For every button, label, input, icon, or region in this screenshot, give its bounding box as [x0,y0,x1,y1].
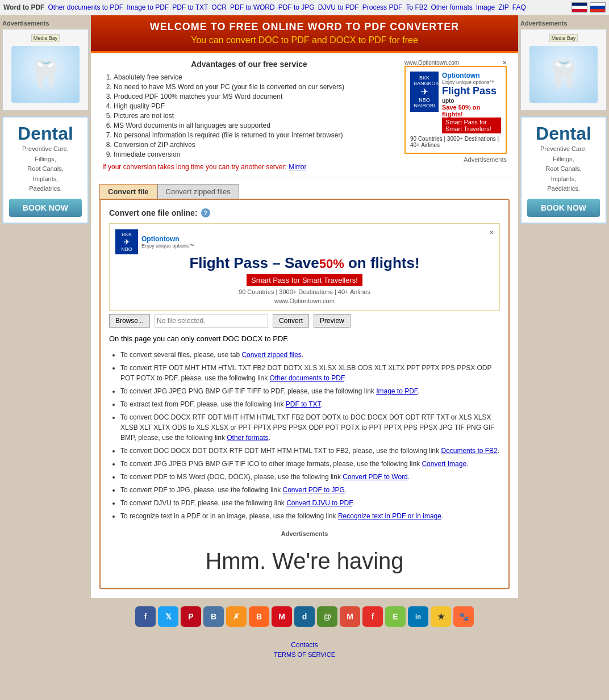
adv-ad-x[interactable]: ✕ [502,60,507,66]
nav-zip[interactable]: ZIP [498,3,509,11]
list-item: To convert DOC DOCX RTF ODT MHT HTM HTML… [120,412,500,443]
list-item: To convert PDF to JPG, please, use the f… [120,485,500,495]
browse-button[interactable]: Browse... [109,314,150,328]
mirror-link[interactable]: Mirror [289,163,306,171]
language-flags [572,2,606,12]
save-text: Save 50% on flights! [442,104,501,118]
docs-to-fb2-link[interactable]: Documents to FB2 [441,447,497,455]
image-to-pdf-link[interactable]: Image to PDF [376,387,418,395]
advantage-item: No personal information is required (fil… [114,131,396,139]
convert-pdf-to-jpg-link[interactable]: Convert PDF to JPG [282,486,344,494]
linkedin-button[interactable]: in [408,606,428,627]
file-input-row: Browse... Convert Preview [109,314,500,328]
mediabay-badge-left: Media Bay [31,34,60,42]
book-now-button-left[interactable]: BOOK NOW [9,199,82,217]
bkk-label: BKK [414,75,435,81]
nav-pdf-to-jpg[interactable]: PDF to JPG [278,3,315,11]
twitter-button[interactable]: 𝕏 [158,606,178,627]
convert-panel: Convert one file online: ? BKK ✈ NBO Opt… [99,199,510,589]
advantage-item: Produced PDF 100% matches your MS Word d… [114,93,396,100]
list-item: To extract text from PDF, please, use th… [120,399,500,409]
plane-icon: ✈ [414,86,435,97]
nav-bar: Word to PDF Other documents to PDF Image… [0,0,609,15]
paw-button[interactable]: 🐾 [453,606,474,627]
banner-title: WELCOME TO FREE ONLINE WORD TO PDF CONVE… [97,21,512,33]
list-item: To convert DJVU to PDF, please, use the … [120,498,500,508]
advantage-item: MS Word documents in all languages are s… [114,121,396,129]
blogger-button[interactable]: B [249,606,269,627]
stars-button[interactable]: ★ [431,606,451,627]
convert-button[interactable]: Convert [273,314,309,328]
optiontown-tagline-big: Enjoy unique options™ [141,243,194,249]
advantage-item: Pictures are not lost [114,112,396,120]
right-ad-box: Media Bay 🦷 [520,29,607,111]
recognize-text-link[interactable]: Recognize text in PDF or in image [338,512,441,520]
nav-image[interactable]: Image [476,3,495,11]
advantage-item: Immediate conversion [114,150,396,158]
advantages-ol: Absolutely free service No need to have … [102,73,396,158]
evernote-button[interactable]: E [385,606,406,627]
pinterest-button[interactable]: P [181,606,201,627]
advantage-item: Absolutely free service [114,73,396,81]
center-content: WELCOME TO FREE ONLINE WORD TO PDF CONVE… [91,15,518,598]
flight-ad-small: BKK BANGKOK ✈ NBO NAIROBI Optiontown Enj… [404,66,507,154]
dental-ad-right: Dental Preventive Care,Fillings,Root Can… [520,116,607,224]
convert-zipped-link[interactable]: Convert zipped files [241,351,301,359]
vkontakte-button[interactable]: B [203,606,224,627]
nbo-label-big: NBO [120,246,134,252]
at-button[interactable]: @ [317,606,337,627]
nav-other-formats[interactable]: Other formats [431,3,472,11]
dental-tooth-image-right: 🦷 [529,46,598,103]
facebook-button[interactable]: f [135,606,156,627]
nbo-label: NBO [414,97,435,103]
convert-djvu-link[interactable]: Convert DJVU to PDF [286,499,352,507]
nav-other-docs[interactable]: Other documents to PDF [48,3,123,11]
plane-icon-big: ✈ [120,237,134,246]
file-name-input[interactable] [155,314,268,328]
nav-to-fb2[interactable]: To FB2 [406,3,427,11]
gmail-button[interactable]: M [340,606,360,627]
convert-pdf-to-word-link[interactable]: Convert PDF to Word [343,473,407,481]
tab-convert-zipped[interactable]: Convert zipped files [157,184,239,199]
main-layout: Advertisements Media Bay 🦷 Dental Preven… [0,15,609,598]
nav-word-to-pdf[interactable]: Word to PDF [3,3,44,11]
contacts-link[interactable]: Contacts [6,641,603,649]
english-flag[interactable] [572,2,587,12]
odnoklassniki-button[interactable]: ✗ [226,606,247,627]
myspace-button[interactable]: M [272,606,292,627]
big-ad-x[interactable]: ✕ [489,229,494,254]
pdf-to-txt-link[interactable]: PDF to TXT [286,400,321,408]
other-docs-link[interactable]: Other documents to PDF [270,374,344,382]
preview-button[interactable]: Preview [314,314,351,328]
flight-pass-headline: Flight Pass [442,85,501,97]
list-item: To convert JPG JPEG PNG BMP GIF TIF TIFF… [120,386,500,396]
mediabay-badge-right: Media Bay [549,34,578,42]
nav-djvu-to-pdf[interactable]: DJVU to PDF [318,3,359,11]
header-banner: WELCOME TO FREE ONLINE WORD TO PDF CONVE… [91,15,518,53]
left-ad-box: Media Bay 🦷 [2,29,89,111]
nav-faq[interactable]: FAQ [512,3,526,11]
left-advertisement: Advertisements Media Bay 🦷 Dental Preven… [0,15,91,598]
flight-ad-big: BKK ✈ NBO Optiontown Enjoy unique option… [109,223,500,311]
nav-links: Word to PDF Other documents to PDF Image… [3,3,526,11]
optiontown-logo-big: Optiontown [141,235,194,243]
advantages-list: Advantages of our free service Absolutel… [102,60,396,171]
nav-pdf-to-txt[interactable]: PDF to TXT [172,3,208,11]
convert-image-link[interactable]: Convert Image [422,460,466,468]
flipboard-button[interactable]: f [362,606,383,627]
advantage-item: No need to have MS Word on your PC (your… [114,83,396,91]
nav-process-pdf[interactable]: Process PDF [362,3,403,11]
flight-pass-big-headline: Flight Pass – Save50% on flights! [115,254,494,272]
nav-image-to-pdf[interactable]: Image to PDF [127,3,169,11]
digg-button[interactable]: d [294,606,315,627]
terms-link[interactable]: TERMS OF SERVICE [6,651,603,658]
help-icon[interactable]: ? [201,208,210,217]
dental-title-left: Dental [9,123,82,144]
tab-convert-file[interactable]: Convert file [99,184,157,199]
nav-pdf-to-word[interactable]: PDF to WORD [230,3,275,11]
other-formats-link[interactable]: Other formats [227,434,268,442]
nav-ocr[interactable]: OCR [211,3,227,11]
russian-flag[interactable] [590,2,606,12]
book-now-button-right[interactable]: BOOK NOW [527,199,600,217]
left-ads-label: Advertisements [2,20,89,27]
